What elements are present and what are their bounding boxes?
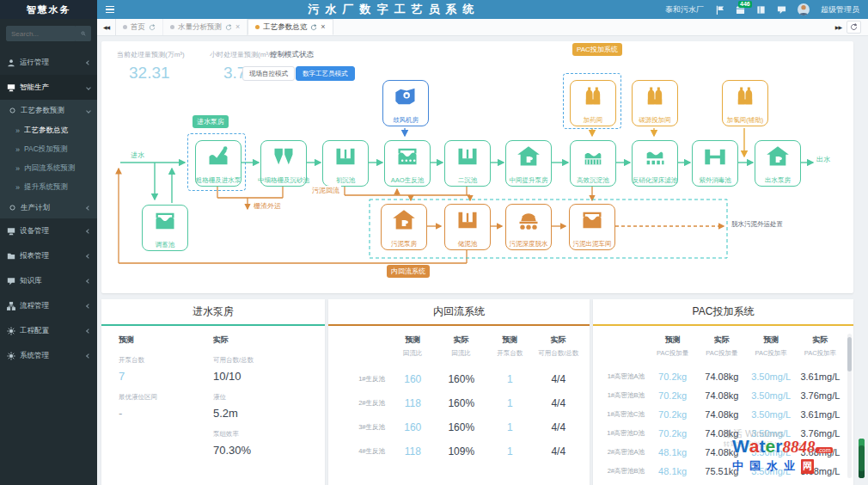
node-coarse-screen-pump[interactable]: 粗格栅及进水泵 [195,140,241,187]
sidebar-item-pac-prediction[interactable]: » PAC投加预测 [0,140,97,159]
row-label: 1#高密池B池 [596,383,648,400]
node-primary-clarifier[interactable]: 初沉池 [322,140,369,187]
predicted-value: 48.1kg [648,439,697,457]
tab-param-overview[interactable]: 工艺参数总览 × [248,19,333,35]
node-sludge-storage-tank[interactable]: 储泥池 [444,204,491,250]
inflow-label: 进水 [131,150,144,160]
node-uv-disinfection[interactable]: 紫外消毒池 [692,140,738,187]
panel-title: PAC投加系统 [593,299,853,324]
sidebar-item-knowledge-base[interactable]: 知识库 [0,268,97,293]
node-sludge-dewatering[interactable]: 污泥深度脱水 [505,204,552,250]
actual-value: 3.61mg/L [796,358,845,382]
sidebar-item-param-prediction[interactable]: 工艺参数预测 [0,100,97,121]
actual-value: 3.76mg/L [796,382,845,401]
tab-dot-icon [123,25,127,29]
watermark-bar-graphic [859,439,865,478]
sidebar-item-report-management[interactable]: 报表管理 [0,243,97,268]
node-secondary-clarifier[interactable]: 二沉池 [444,140,491,187]
sidebar-item-run-management[interactable]: 运行管理 [0,50,97,75]
row-label: 1#生反池 [335,359,388,384]
sidebar-item-production-plan[interactable]: 生产计划 [0,197,97,218]
sidebar-item-project-config[interactable]: 工程配置 [0,318,97,343]
sludge-reflux-label: 污泥回流 [310,186,341,195]
panel-inflow-pump: 进水泵房 预测 实际 开泵台数 可用台数/总数 7 10/10 最优液位区间 液… [101,299,325,485]
current-volume-value: 32.31 [129,64,170,83]
refresh-icon[interactable] [310,24,317,31]
close-icon[interactable]: × [321,23,325,31]
expand-tabs-button[interactable]: ▶▶ [835,24,841,30]
folder-icon [7,252,15,261]
predicted-value: 1 [486,409,535,433]
node-high-efficiency-sedimentation[interactable]: 高效沉淀池 [570,140,616,187]
node-carbon-dosing-room[interactable]: 碳源投加间 [632,80,678,126]
refresh-all-button[interactable] [847,21,861,34]
user-role[interactable]: 超级管理员 [821,4,859,15]
sidebar-item-flow-management[interactable]: 流程管理 [0,293,97,318]
search-icon [81,29,86,38]
predicted-value: 160 [388,358,437,385]
avatar[interactable] [798,3,810,15]
sidebar-item-lift-prediction[interactable]: » 提升系统预测 [0,178,97,197]
actual-value: 74.08kg [697,382,746,401]
predicted-value: 70.2kg [648,358,697,382]
node-dosing-room[interactable]: 加药间 [570,80,616,126]
node-sludge-pump-house[interactable]: 污泥泵房 [381,204,427,250]
search-input[interactable] [6,26,76,41]
scrollbar-thumb[interactable] [847,337,852,371]
node-chlorination-room[interactable]: 加氯间(辅助) [722,80,768,126]
panel-title: 内回流系统 [328,299,590,324]
predicted-value: 3.50mg/L [747,420,796,439]
refresh-icon[interactable] [149,24,156,31]
inflow-pump-badge: 进水泵房 [193,115,229,128]
tab-home[interactable]: 首页 [116,19,163,35]
metric-label: 开泵台数 [119,346,213,365]
search-button[interactable] [76,26,91,41]
actual-value: 74.08kg [697,439,746,457]
flag-icon[interactable] [715,5,724,15]
column-header: 预测 [747,326,796,346]
sidebar-item-param-overview[interactable]: » 工艺参数总览 [0,121,97,140]
tab-water-prediction[interactable]: 水量分析预测 × [163,19,248,35]
predicted-value: 3.50mg/L [747,401,796,420]
sidebar-item-reflux-prediction[interactable]: » 内回流系统预测 [0,159,97,178]
actual-value: 160% [437,385,486,409]
hamburger-menu-icon[interactable] [97,0,123,19]
node-mid-lift-pump-house[interactable]: 中间提升泵房 [505,140,552,187]
predicted-value: 48.1kg [648,457,697,476]
chevron-left-icon [86,206,91,211]
metric-label: 泵组效率 [213,420,308,439]
sidebar-item-device-management[interactable]: 设备管理 [0,218,97,243]
sidebar-item-system-management[interactable]: 系统管理 [0,343,97,368]
predicted-value: 3.50mg/L [747,358,796,382]
node-sludge-out-workshop[interactable]: 污泥出泥车间 [569,204,615,250]
digital-operator-mode-button[interactable]: 数字工艺员模式 [296,66,355,81]
monitor-icon [7,83,15,92]
close-icon[interactable]: × [235,23,240,31]
node-denitrification-filter[interactable]: 反硝化深床滤池 [632,140,678,187]
row-label: 2#生反池 [335,387,388,408]
slag-out-label: 栅渣外运 [254,201,281,211]
node-storage-tank[interactable]: 调蓄池 [142,205,188,251]
document-icon[interactable] [756,5,766,15]
node-blower-room[interactable]: 鼓风机房 [382,80,429,126]
wave-tank-icon [580,208,604,232]
calendar-notification[interactable]: 446 [736,5,745,15]
node-aao-bioreactor[interactable]: AAO生反池 [384,140,431,187]
predicted-value: 3.50mg/L [747,382,796,401]
collapse-tabs-button[interactable]: ◀◀ [97,19,116,35]
sidebar-item-label: 设备管理 [20,226,83,236]
plant-name[interactable]: 泰和污水厂 [665,4,704,15]
actual-value: 3.68mg/L [796,439,845,457]
node-fine-screen-grit[interactable]: 中细格栅及沉砂池 [260,140,307,187]
app-logo[interactable]: 智慧水务 [0,0,97,19]
sidebar-item-smart-production[interactable]: 智能生产 [0,75,97,100]
node-outflow-pump-house[interactable]: 出水泵房 [755,140,801,187]
sidebar-item-label: 知识库 [20,276,83,286]
row-label: 3#生反池 [335,411,388,432]
message-icon[interactable] [777,5,786,15]
gear-icon [7,327,15,335]
refresh-icon[interactable] [225,24,232,31]
sidebar-item-label: 运行管理 [20,58,83,68]
grit-chamber-icon [272,144,296,169]
tab-label: 工艺参数总览 [263,22,307,33]
